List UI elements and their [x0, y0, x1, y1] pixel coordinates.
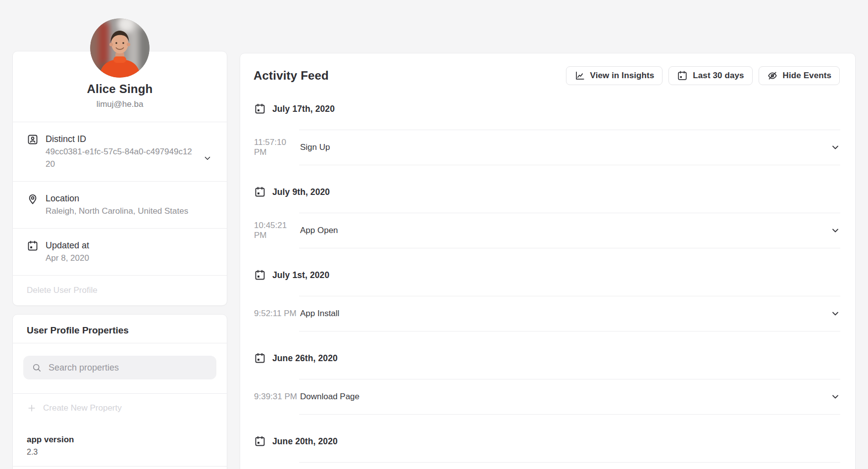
divider [299, 165, 840, 165]
event-group: July 9th, 2020 10:45:21 PM App Open [254, 186, 840, 248]
delete-user-profile-button[interactable]: Delete User Profile [27, 285, 98, 295]
chevron-down-icon[interactable] [830, 142, 840, 152]
location-value: Raleigh, North Carolina, United States [46, 205, 188, 217]
calendar-icon [677, 70, 688, 81]
calendar-icon [254, 352, 266, 364]
event-name: Sign Up [300, 142, 330, 152]
calendar-icon [254, 103, 266, 115]
divider [299, 331, 840, 331]
plus-icon [27, 403, 37, 413]
hide-events-button[interactable]: Hide Events [759, 66, 840, 85]
event-group: June 20th, 2020 [254, 435, 840, 463]
calendar-icon [27, 240, 39, 252]
event-time: 9:39:31 PM [254, 392, 300, 402]
chevron-down-icon[interactable] [830, 309, 840, 319]
event-name: App Install [300, 309, 339, 319]
activity-feed-actions: View in Insights Last 30 days Hide Event… [566, 66, 840, 85]
date-header: July 17th, 2020 [254, 103, 840, 115]
button-label: Hide Events [783, 71, 831, 81]
event-name: App Open [300, 226, 338, 235]
field-label: Updated at [46, 239, 89, 251]
activity-feed-header: Activity Feed View in Insights Last 30 d… [240, 53, 855, 85]
search-properties-input[interactable] [49, 363, 208, 373]
event-time: 11:57:10 PM [254, 138, 300, 157]
user-profile-properties-card: User Profile Properties Create New Prope… [12, 314, 227, 469]
profile-name: Alice Singh [23, 82, 217, 96]
divider [299, 248, 840, 248]
avatar [90, 18, 150, 78]
event-row[interactable]: 9:39:31 PM Download Page [254, 379, 840, 414]
event-row[interactable]: 11:57:10 PM Sign Up [254, 130, 840, 165]
button-label: View in Insights [590, 71, 655, 81]
date-label: July 17th, 2020 [272, 104, 335, 114]
activity-feed-title: Activity Feed [254, 69, 329, 83]
updated-at-value: Apr 8, 2020 [46, 252, 89, 264]
property-name: app version [27, 434, 213, 446]
user-profile-card: Alice Singh limuj@he.ba Distinct ID 49cc… [12, 51, 227, 306]
divider [299, 414, 840, 415]
property-list-item[interactable]: app version 2.3 [13, 426, 227, 466]
property-value: 2.3 [27, 446, 213, 458]
delete-user-profile-row: Delete User Profile [13, 275, 227, 305]
divider [299, 462, 840, 463]
date-label: July 9th, 2020 [272, 187, 330, 197]
view-in-insights-button[interactable]: View in Insights [566, 66, 663, 85]
date-label: June 26th, 2020 [272, 353, 338, 364]
calendar-icon [254, 186, 266, 198]
event-row[interactable]: 9:52:11 PM App Install [254, 296, 840, 331]
insights-chart-icon [574, 70, 585, 81]
updated-at-row: Updated at Apr 8, 2020 [13, 228, 227, 275]
event-group: July 1st, 2020 9:52:11 PM App Install [254, 269, 840, 331]
location-row: Location Raleigh, North Carolina, United… [13, 181, 227, 228]
date-header: June 26th, 2020 [254, 352, 840, 364]
calendar-icon [254, 435, 266, 447]
date-header: June 20th, 2020 [254, 435, 840, 447]
create-new-property-row[interactable]: Create New Property [13, 393, 227, 426]
distinct-id-row: Distinct ID 49cc0381-e1fc-57c5-84a0-c497… [13, 122, 227, 181]
event-row[interactable]: 10:45:21 PM App Open [254, 213, 840, 248]
distinct-id-value: 49cc0381-e1fc-57c5-84a0-c497949c1220 [46, 145, 194, 170]
id-card-icon [27, 134, 39, 145]
activity-feed-card: Activity Feed View in Insights Last 30 d… [240, 53, 856, 469]
event-feed: July 17th, 2020 11:57:10 PM Sign Up July… [240, 85, 855, 469]
event-time: 10:45:21 PM [254, 221, 300, 240]
location-pin-icon [27, 193, 39, 205]
event-group: July 17th, 2020 11:57:10 PM Sign Up [254, 103, 840, 165]
chevron-down-icon[interactable] [830, 226, 840, 235]
button-label: Last 30 days [693, 71, 744, 81]
divider [13, 466, 227, 467]
properties-title: User Profile Properties [13, 315, 227, 343]
event-group: June 26th, 2020 9:39:31 PM Download Page [254, 352, 840, 415]
field-label: Location [46, 192, 188, 204]
event-time: 9:52:11 PM [254, 309, 300, 319]
profile-email: limuj@he.ba [23, 100, 217, 109]
date-header: July 9th, 2020 [254, 186, 840, 198]
avatar-photo [90, 18, 150, 78]
date-label: June 20th, 2020 [272, 436, 338, 447]
field-label: Distinct ID [46, 133, 194, 145]
search-box[interactable] [23, 356, 216, 379]
search-icon [32, 363, 42, 373]
date-header: July 1st, 2020 [254, 269, 840, 281]
last-30-days-button[interactable]: Last 30 days [668, 66, 752, 85]
chevron-down-icon[interactable] [830, 392, 840, 402]
chevron-down-icon[interactable] [203, 154, 212, 163]
calendar-icon [254, 269, 266, 281]
eye-off-icon [767, 70, 778, 81]
date-label: July 1st, 2020 [272, 270, 329, 281]
search-section [13, 343, 227, 393]
event-name: Download Page [300, 392, 359, 402]
create-new-property-button[interactable]: Create New Property [43, 402, 122, 414]
